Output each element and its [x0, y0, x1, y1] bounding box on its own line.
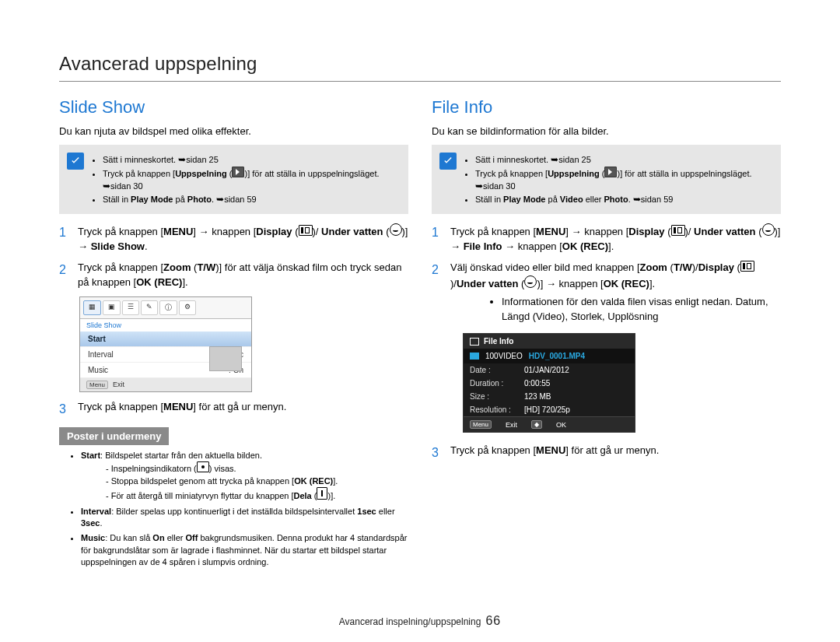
note-item: Ställ in Play Mode på Photo. sidan 59	[103, 193, 399, 205]
step-3-left: 3 Tryck på knappen [MENU] för att gå ur …	[59, 400, 408, 418]
display-icon	[740, 261, 754, 272]
device-row-start: Start	[80, 332, 251, 347]
underwater-icon	[390, 223, 402, 236]
playback-icon	[604, 167, 617, 177]
check-icon	[67, 153, 84, 170]
note-item: Tryck på knappen [Uppspelning ()] för at…	[475, 167, 772, 192]
device-thumbnail	[209, 346, 242, 371]
folder-icon	[470, 353, 479, 360]
right-column: File Info Du kan se bildinformation för …	[432, 96, 781, 571]
submenu-header: Poster i undermeny	[59, 427, 169, 445]
left-column: Slide Show Du kan njuta av bildspel med …	[59, 96, 408, 571]
slide-show-intro: Du kan njuta av bildspel med olika effek…	[59, 125, 408, 137]
device-breadcrumb: Slide Show	[80, 319, 251, 332]
display-icon	[671, 225, 685, 236]
record-indicator-icon	[197, 461, 209, 472]
step-2-right: 2 Välj önskad video eller bild med knapp…	[432, 261, 781, 327]
note-item: Sätt i minneskortet. sidan 25	[475, 153, 772, 166]
note-item: Sätt i minneskortet. sidan 25	[103, 153, 399, 166]
check-icon	[439, 153, 457, 170]
horizontal-rule	[59, 81, 781, 82]
step-1-right: 1 Tryck på knappen [MENU] → knappen [Dis…	[432, 223, 781, 254]
page-footer: Avancerad inspelning/uppspelning66	[0, 614, 840, 628]
device-screenshot-fileinfo: File Info 100VIDEOHDV_0001.MP4 Date :01/…	[463, 333, 635, 433]
display-icon	[299, 225, 313, 236]
underwater-icon	[524, 275, 537, 288]
submenu-list: Start: Bildspelet startar från den aktue…	[59, 450, 408, 569]
step-2-left: 2 Tryck på knappen [Zoom (T/W)] för att …	[59, 261, 408, 290]
note-box-right: Sätt i minneskortet. sidan 25 Tryck på k…	[432, 145, 781, 214]
share-icon	[317, 487, 327, 500]
slide-show-heading: Slide Show	[59, 97, 408, 118]
note-box-left: Sätt i minneskortet. sidan 25 Tryck på k…	[59, 145, 408, 214]
page-title: Avancerad uppspelning	[59, 53, 781, 75]
underwater-icon	[762, 223, 775, 236]
step-3-right: 3 Tryck på knappen [MENU] för att gå ur …	[432, 444, 781, 461]
file-info-intro: Du kan se bildinformation för alla bilde…	[432, 125, 781, 137]
info-bullet: Informationen för den valda filen visas …	[502, 295, 781, 325]
note-item: Ställ in Play Mode på Video eller Photo.…	[475, 193, 772, 205]
note-item: Tryck på knappen [Uppspelning ()] för at…	[103, 167, 399, 192]
device-screenshot-slideshow: ▦▣☰✎ⓘ⚙ Slide Show Start Interval: 1Sec M…	[79, 296, 252, 392]
step-1-left: 1 Tryck på knappen [MENU] → knappen [Dis…	[59, 223, 408, 254]
playback-icon	[232, 167, 244, 177]
file-info-heading: File Info	[432, 97, 781, 118]
